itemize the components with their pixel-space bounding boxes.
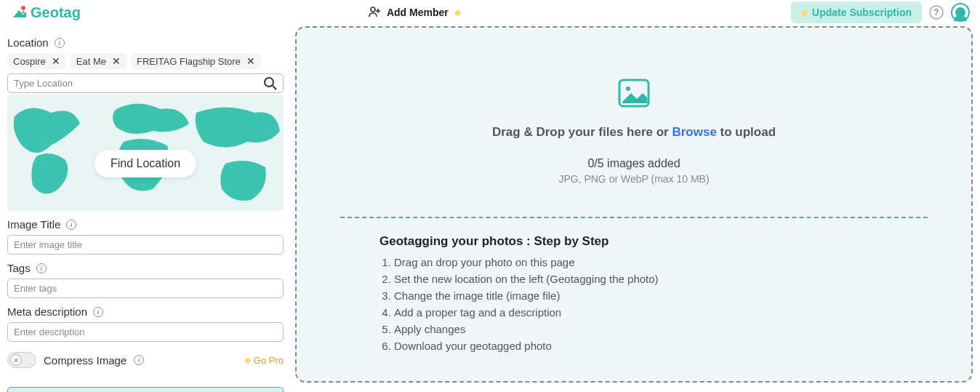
image-title-input[interactable] xyxy=(7,235,284,255)
logo-icon xyxy=(10,4,29,20)
upload-hint: JPG, PNG or WebP (max 10 MB) xyxy=(340,173,928,185)
step-item: Add a proper tag and a description xyxy=(394,306,888,319)
svg-line-5 xyxy=(273,86,276,89)
map-preview: Find Location xyxy=(7,95,284,211)
meta-label: Meta description xyxy=(7,305,87,318)
svg-point-8 xyxy=(626,87,630,91)
info-icon[interactable] xyxy=(134,355,144,365)
upload-panel[interactable]: Drag & Drop your files here or Browse to… xyxy=(295,26,973,383)
add-member-icon xyxy=(368,5,381,20)
diamond-icon: ◆ xyxy=(454,7,461,17)
meta-input[interactable] xyxy=(7,322,284,342)
location-input[interactable] xyxy=(7,73,284,93)
info-icon[interactable] xyxy=(66,220,76,230)
location-chips: Cospire✕ Eat Me✕ FREITAG Flagship Store✕ xyxy=(7,53,284,69)
divider xyxy=(340,217,928,218)
location-label: Location xyxy=(7,36,49,49)
location-chip: FREITAG Flagship Store✕ xyxy=(131,53,261,69)
steps-title: Geotagging your photos : Step by Step xyxy=(379,234,888,249)
search-icon[interactable] xyxy=(263,76,278,91)
upload-count: 0/5 images added xyxy=(340,157,928,170)
step-item: Change the image title (image file) xyxy=(394,289,888,302)
diamond-icon: ◆ xyxy=(801,7,808,17)
step-item: Set the new location on the left (Geotag… xyxy=(394,273,888,285)
apply-button[interactable]: Apply xyxy=(7,387,284,392)
info-icon[interactable] xyxy=(36,263,47,273)
svg-point-1 xyxy=(371,7,375,12)
step-item: Apply changes xyxy=(394,323,888,335)
avatar[interactable] xyxy=(951,3,970,22)
brand-logo[interactable]: Geotag xyxy=(10,4,81,21)
close-icon[interactable]: ✕ xyxy=(52,55,60,67)
drop-text: Drag & Drop your files here or Browse to… xyxy=(340,125,928,140)
tags-input[interactable] xyxy=(7,279,284,298)
diamond-icon: ◆ xyxy=(244,355,251,365)
info-icon[interactable] xyxy=(55,38,65,48)
close-icon[interactable]: ✕ xyxy=(112,55,121,67)
svg-point-4 xyxy=(265,78,273,87)
add-member-button[interactable]: Add Member ◆ xyxy=(368,5,461,20)
image-icon xyxy=(618,79,650,108)
step-item: Download your geotagged photo xyxy=(394,340,888,352)
compress-label: Compress Image xyxy=(44,354,126,367)
info-icon[interactable] xyxy=(93,307,103,317)
go-pro-link[interactable]: ◆Go Pro xyxy=(244,355,284,366)
location-chip: Cospire✕ xyxy=(7,53,66,69)
update-subscription-label: Update Subscription xyxy=(812,7,912,18)
step-item: Drag an drop your photo on this page xyxy=(394,256,888,268)
sidebar: Location Cospire✕ Eat Me✕ FREITAG Flagsh… xyxy=(7,25,284,392)
update-subscription-button[interactable]: ◆ Update Subscription xyxy=(791,1,922,23)
close-icon[interactable]: ✕ xyxy=(246,55,255,67)
location-chip: Eat Me✕ xyxy=(71,53,126,69)
svg-point-0 xyxy=(21,6,25,10)
browse-link[interactable]: Browse xyxy=(672,125,716,139)
find-location-button[interactable]: Find Location xyxy=(95,150,196,177)
image-title-label: Image Title xyxy=(7,218,60,231)
brand-text: Geotag xyxy=(31,4,81,21)
steps-list: Drag an drop your photo on this page Set… xyxy=(379,256,888,352)
compress-toggle[interactable]: ✕ xyxy=(7,352,36,368)
help-icon[interactable]: ? xyxy=(929,5,944,20)
add-member-label: Add Member xyxy=(387,7,449,18)
tags-label: Tags xyxy=(7,262,31,274)
